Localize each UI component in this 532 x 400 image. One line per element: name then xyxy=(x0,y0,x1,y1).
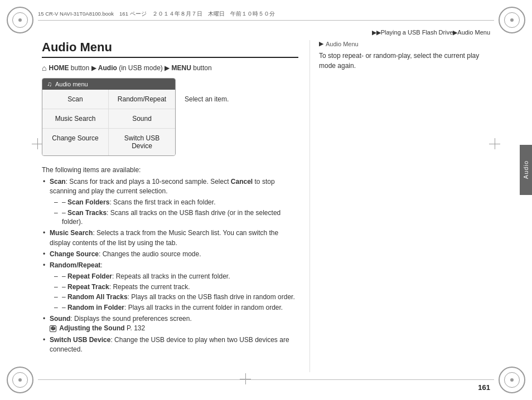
sub-item-repeat-track: – Repeat Track: Repeats the current trac… xyxy=(54,282,298,292)
list-item-switch-usb: Switch USB Device: Change the USB device… xyxy=(42,335,298,355)
header-bar: 15 CR-V NAVI-31T0A8100.book 161 ページ ２０１４… xyxy=(38,8,494,20)
right-panel-label: ▶ Audio Menu xyxy=(319,40,490,47)
side-tab: Audio xyxy=(520,145,532,195)
top-border xyxy=(38,20,494,21)
cross-mark-right xyxy=(489,138,500,149)
cross-mark-left xyxy=(32,138,43,149)
breadcrumb: ▶▶Playing a USB Flash Drive▶Audio Menu xyxy=(372,29,490,36)
list-item-music-search: Music Search: Selects a track from the M… xyxy=(42,228,298,248)
list-item-sound: Sound: Displays the sound preferences sc… xyxy=(42,314,298,334)
corner-decoration-bl xyxy=(7,367,33,393)
sound-ref-link: ⓬ Adjusting the Sound P. 132 xyxy=(50,324,145,332)
corner-decoration-tl xyxy=(7,7,33,33)
sub-item-random-all: – Random All Tracks: Plays all tracks on… xyxy=(54,292,298,302)
sub-item-scan-folders: – Scan Folders: Scans the first track in… xyxy=(54,198,298,207)
sub-item-repeat-folder: – Repeat Folder: Repeats all tracks in t… xyxy=(54,272,298,281)
ui-screenshot-box: ♫ Audio menu Scan Random/Repeat Music Se… xyxy=(42,78,176,156)
side-tab-label: Audio xyxy=(523,160,529,179)
bullet-list: Scan: Scans for track and plays a 10-sec… xyxy=(42,177,298,354)
ui-cell-switch-usb: Switch USB Device xyxy=(109,129,175,155)
corner-decoration-br xyxy=(499,367,525,393)
bottom-border xyxy=(38,379,494,380)
ui-cell-random: Random/Repeat xyxy=(109,90,175,109)
corner-decoration-tr xyxy=(499,7,525,33)
list-item-scan: Scan: Scans for track and plays a 10-sec… xyxy=(42,177,298,227)
right-panel: ▶ Audio Menu To stop repeat- or random-p… xyxy=(309,40,490,372)
ui-box-grid: Scan Random/Repeat Music Search Sound Ch… xyxy=(42,90,175,155)
ui-cell-sound: Sound xyxy=(109,109,175,129)
page-title: Audio Menu xyxy=(42,40,298,58)
intro-text: The following items are available: xyxy=(42,166,298,174)
page-number: 161 xyxy=(478,383,490,392)
list-item-random-repeat: Random/Repeat: – Repeat Folder: Repeats … xyxy=(42,261,298,313)
right-panel-text: To stop repeat- or random-play, select t… xyxy=(319,51,490,71)
sub-item-random-folder: – Random in Folder: Plays all tracks in … xyxy=(54,303,298,313)
right-label-icon: ▶ xyxy=(319,40,323,47)
breadcrumb-text: ▶▶Playing a USB Flash Drive▶Audio Menu xyxy=(372,29,490,36)
ref-icon: ⓬ xyxy=(50,325,56,332)
nav-instruction: ⌂ HOME button ▶ Audio (in USB mode) ▶ ME… xyxy=(42,64,298,72)
music-icon: ♫ xyxy=(47,80,52,88)
ui-cell-music-search: Music Search xyxy=(42,109,109,129)
nav-home-label: HOME button ▶ Audio (in USB mode) ▶ MENU… xyxy=(49,64,211,72)
ui-box-header: ♫ Audio menu xyxy=(42,79,175,90)
select-instruction: Select an item. xyxy=(185,95,229,103)
sub-item-scan-tracks: – Scan Tracks: Scans all tracks on the U… xyxy=(54,208,298,227)
ui-box-title: Audio menu xyxy=(55,81,88,87)
file-info: 15 CR-V NAVI-31T0A8100.book 161 ページ ２０１４… xyxy=(38,11,494,18)
cross-mark-bottom xyxy=(240,373,251,384)
ui-cell-scan: Scan xyxy=(42,90,109,109)
home-symbol: ⌂ xyxy=(42,64,46,72)
right-panel-title: Audio Menu xyxy=(326,41,359,47)
body-section: The following items are available: Scan:… xyxy=(42,166,298,354)
main-content: Audio Menu ⌂ HOME button ▶ Audio (in USB… xyxy=(42,40,298,372)
list-item-change-source: Change Source: Changes the audio source … xyxy=(42,250,298,259)
ui-cell-change-source: Change Source xyxy=(42,129,109,155)
